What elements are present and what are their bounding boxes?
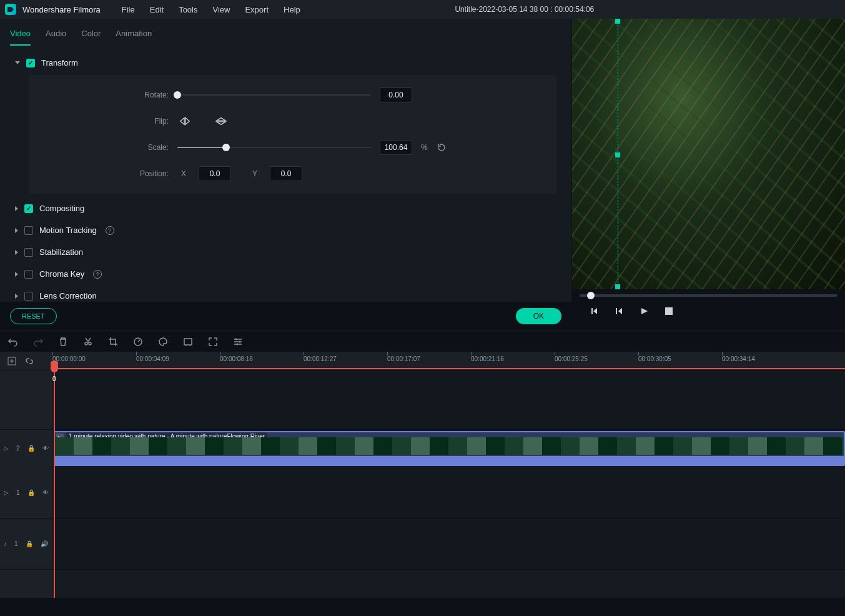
speed-icon[interactable] — [132, 336, 144, 347]
section-transform-header[interactable]: Transform — [15, 53, 556, 72]
play-icon[interactable] — [638, 306, 650, 317]
caret-right-icon — [15, 294, 18, 299]
tab-audio[interactable]: Audio — [46, 25, 66, 46]
position-x-input[interactable] — [199, 166, 231, 181]
menu-help[interactable]: Help — [277, 2, 307, 17]
scrubber-thumb[interactable] — [587, 292, 595, 299]
ruler-tick: 00:00:08:18 — [220, 352, 253, 362]
rotate-input[interactable] — [380, 87, 412, 102]
timeline-ruler[interactable]: 00:00:00:0000:00:04:0900:00:08:1800:00:1… — [52, 352, 845, 370]
redo-icon[interactable] — [32, 336, 44, 347]
section-motion-header[interactable]: Motion Tracking ? — [15, 221, 556, 240]
ruler-tick: 00:00:12:27 — [304, 352, 337, 362]
crop-handle-bottom[interactable] — [615, 284, 620, 289]
caret-right-icon — [15, 206, 18, 211]
properties-panel: Video Audio Color Animation Transform Ro… — [0, 19, 572, 330]
ok-button[interactable]: OK — [516, 308, 561, 324]
scale-reset-icon[interactable] — [437, 142, 447, 152]
section-lens-header[interactable]: Lens Correction — [15, 286, 556, 302]
step-back-icon[interactable] — [613, 306, 625, 317]
svg-point-3 — [235, 338, 237, 340]
crop-handle-mid[interactable] — [615, 152, 620, 157]
track-v1-header[interactable]: ▷1 🔒 👁 — [0, 467, 52, 519]
titlebar: Wondershare Filmora File Edit Tools View… — [0, 0, 845, 19]
menu-file[interactable]: File — [116, 2, 141, 17]
section-compositing-header[interactable]: Compositing — [15, 199, 556, 218]
eye-icon[interactable]: 👁 — [42, 445, 49, 452]
caret-right-icon — [15, 272, 18, 277]
position-y-input[interactable] — [270, 166, 302, 181]
section-stab-header[interactable]: Stabilization — [15, 242, 556, 262]
menu-tools[interactable]: Tools — [172, 2, 204, 17]
motion-title: Motion Tracking — [39, 226, 97, 235]
stab-checkbox[interactable] — [24, 248, 33, 257]
lock-icon[interactable]: 🔒 — [27, 489, 35, 496]
menu-export[interactable]: Export — [239, 2, 275, 17]
project-title: Untitle-2022-03-05 14 38 00 : 00:00:54:0… — [455, 5, 594, 14]
stop-icon[interactable] — [663, 306, 675, 317]
lens-checkbox[interactable] — [24, 292, 33, 301]
green-screen-icon[interactable] — [182, 336, 194, 347]
info-icon[interactable]: ? — [106, 226, 114, 235]
eye-icon[interactable]: 👁 — [42, 489, 49, 496]
flip-horizontal-icon[interactable] — [177, 114, 192, 129]
ruler-tick: 00:00:25:25 — [555, 352, 588, 362]
cut-icon[interactable] — [82, 336, 94, 347]
video-clip[interactable]: ▸ 1 minute relaxing video with nature - … — [54, 431, 845, 466]
position-x-label: X — [181, 169, 186, 178]
preview-scrubber[interactable] — [580, 294, 838, 297]
scale-label: Scale: — [44, 143, 169, 152]
motion-checkbox[interactable] — [24, 226, 33, 235]
ruler-tick: 00:00:17:07 — [387, 352, 420, 362]
speaker-icon[interactable]: 🔊 — [41, 540, 48, 547]
menu-edit[interactable]: Edit — [144, 2, 170, 17]
settings-icon[interactable] — [232, 336, 244, 347]
add-track-icon[interactable] — [6, 355, 17, 367]
ruler-tick: 00:00:00:00 — [52, 352, 86, 362]
compositing-checkbox[interactable] — [24, 204, 33, 213]
position-label: Position: — [44, 169, 169, 178]
chroma-title: Chroma Key — [39, 269, 84, 279]
rotate-label: Rotate: — [44, 91, 169, 99]
flip-vertical-icon[interactable] — [214, 114, 229, 129]
track-v2-header[interactable]: ▷2 🔒 👁 — [0, 430, 52, 467]
link-icon[interactable] — [24, 355, 35, 367]
crop-icon[interactable] — [107, 336, 119, 347]
lock-icon[interactable]: 🔒 — [27, 445, 35, 452]
delete-icon[interactable] — [57, 336, 69, 347]
section-chroma-header[interactable]: Chroma Key ? — [15, 264, 556, 284]
svg-rect-2 — [184, 339, 192, 345]
expand-icon[interactable] — [207, 336, 219, 347]
prev-frame-icon[interactable] — [588, 306, 600, 317]
svg-point-4 — [239, 340, 241, 342]
section-motion-tracking: Motion Tracking ? — [15, 221, 556, 240]
tab-video[interactable]: Video — [10, 25, 31, 46]
crop-handle-top[interactable] — [615, 19, 620, 24]
reset-button[interactable]: RESET — [10, 308, 57, 324]
clip-audio-waveform — [55, 456, 844, 465]
color-icon[interactable] — [157, 336, 169, 347]
scale-slider[interactable] — [177, 147, 371, 148]
section-stabilization: Stabilization — [15, 242, 556, 262]
track-a1-header[interactable]: ♪1 🔒 🔊 — [0, 519, 52, 570]
scale-input[interactable] — [380, 140, 412, 155]
tab-color[interactable]: Color — [81, 25, 101, 46]
timeline-toolbar — [0, 330, 845, 352]
preview-canvas[interactable] — [572, 19, 845, 289]
section-transform: Transform Rotate: Flip: — [15, 53, 556, 194]
lock-icon[interactable]: 🔒 — [26, 540, 33, 547]
undo-icon[interactable] — [7, 336, 19, 347]
playhead[interactable] — [54, 361, 55, 598]
audio-track-icon: ♪ — [4, 540, 7, 547]
compositing-title: Compositing — [39, 204, 84, 213]
transform-checkbox[interactable] — [26, 59, 35, 67]
chroma-checkbox[interactable] — [24, 270, 33, 279]
rotate-slider[interactable] — [177, 94, 371, 96]
video-track-icon: ▷ — [4, 445, 9, 452]
tab-animation[interactable]: Animation — [116, 25, 152, 46]
info-icon[interactable]: ? — [93, 270, 102, 279]
ruler-tick: 00:00:21:16 — [471, 352, 504, 362]
stab-title: Stabilization — [39, 247, 83, 257]
video-track-icon: ▷ — [4, 489, 9, 496]
menu-view[interactable]: View — [206, 2, 236, 17]
